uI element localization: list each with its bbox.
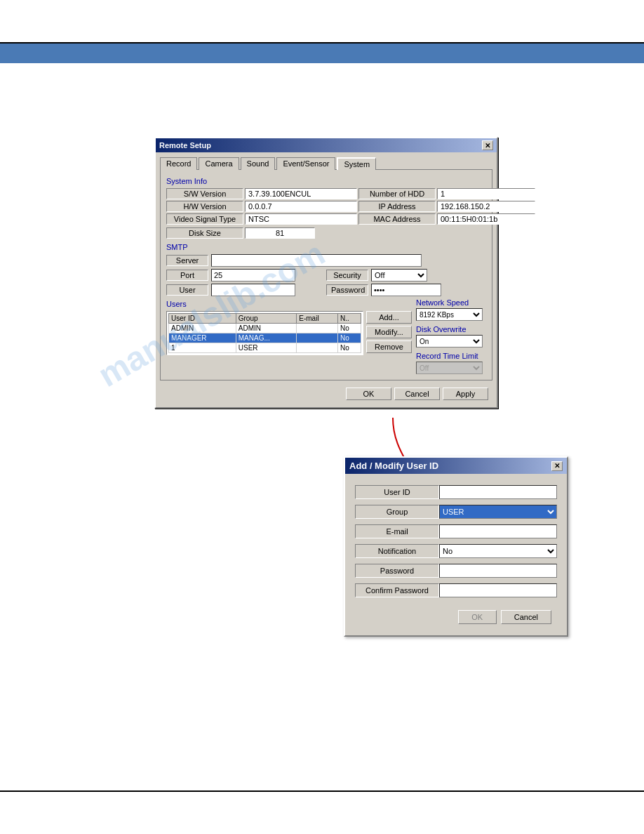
remote-setup-title: Remote Setup (159, 141, 211, 150)
add-modify-close-button[interactable]: ✕ (551, 461, 563, 471)
add-modify-titlebar: Add / Modify User ID ✕ (345, 458, 567, 474)
disk-size-label: Disk Size (166, 227, 243, 239)
col-group: Group (236, 314, 297, 324)
user-id-label: User ID (355, 485, 439, 499)
user-id-cell: ADMIN (169, 324, 236, 333)
user-id-field[interactable] (439, 485, 557, 499)
notify-cell: No (338, 333, 361, 343)
smtp-user-label: User (166, 284, 208, 296)
notify-cell: No (338, 324, 361, 333)
table-row[interactable]: MANAGER MANAG... No (169, 333, 361, 343)
bottom-area: Users User ID Group E-mail N.. (166, 298, 486, 374)
disk-size-value: 81 (245, 227, 315, 239)
disk-overwrite-select[interactable]: On Off (416, 335, 483, 348)
user-id-cell: 1 (169, 343, 236, 353)
email-label: E-mail (355, 524, 439, 538)
modify-user-button[interactable]: Modify... (366, 326, 412, 338)
col-notify: N.. (338, 314, 361, 324)
smtp-server-input[interactable] (211, 254, 422, 267)
user-id-row: User ID (355, 485, 557, 499)
email-row: E-mail (355, 524, 557, 538)
add-user-button[interactable]: Add... (366, 311, 412, 324)
record-time-limit-select[interactable]: Off (416, 362, 483, 374)
hw-version-label: H/W Version (166, 201, 243, 212)
remote-setup-titlebar: Remote Setup ✕ (156, 138, 497, 152)
password-row: Password (355, 564, 557, 578)
video-signal-value: NTSC (245, 213, 357, 225)
group-cell: MANAG... (236, 333, 297, 343)
email-field[interactable] (439, 524, 557, 538)
smtp-password-input[interactable] (371, 284, 441, 296)
ip-address-value: 192.168.150.2 (437, 201, 535, 212)
remote-setup-content: Record Camera Sound Event/Sensor System … (156, 152, 497, 407)
users-table-area: User ID Group E-mail N.. ADMIN (166, 311, 412, 355)
network-section: Network Speed 8192 KBps Disk Overwrite O… (416, 298, 486, 374)
dialog-buttons: OK Cancel Apply (160, 385, 492, 403)
smtp-security-label: Security (326, 270, 368, 281)
group-cell: ADMIN (236, 324, 297, 333)
table-row[interactable]: ADMIN ADMIN No (169, 324, 361, 333)
notification-select[interactable]: No Yes (439, 544, 557, 558)
email-cell (297, 343, 338, 353)
password-field[interactable] (439, 564, 557, 578)
confirm-password-row: Confirm Password (355, 583, 557, 597)
users-table-container: User ID Group E-mail N.. ADMIN (166, 311, 363, 355)
tab-bar: Record Camera Sound Event/Sensor System (160, 157, 492, 169)
group-select[interactable]: USER ADMIN MANAGER (439, 505, 557, 519)
sw-version-label: S/W Version (166, 188, 243, 199)
col-email: E-mail (297, 314, 338, 324)
notification-row: Notification No Yes (355, 544, 557, 558)
confirm-password-label: Confirm Password (355, 583, 439, 597)
confirm-password-field[interactable] (439, 583, 557, 597)
group-row: Group USER ADMIN MANAGER (355, 505, 557, 519)
users-label: Users (166, 300, 412, 308)
tab-event-sensor[interactable]: Event/Sensor (276, 157, 335, 170)
remove-user-button[interactable]: Remove (366, 340, 412, 353)
sw-version-value: 3.7.39.100ENCUL (245, 188, 357, 199)
hdd-count-label: Number of HDD (358, 188, 436, 199)
mac-address-value: 00:11:5H0:01:1b (437, 213, 535, 225)
email-cell (297, 333, 338, 343)
add-modify-cancel-button[interactable]: Cancel (501, 610, 551, 624)
header-bar (0, 44, 644, 63)
mac-address-label: MAC Address (358, 213, 436, 225)
cancel-button[interactable]: Cancel (394, 388, 440, 400)
tab-sound[interactable]: Sound (241, 157, 276, 170)
tab-record[interactable]: Record (160, 157, 197, 170)
add-modify-buttons: OK Cancel (355, 606, 557, 628)
record-time-limit-label: Record Time Limit (416, 352, 486, 360)
group-label: Group (355, 505, 439, 519)
remote-setup-close-button[interactable]: ✕ (482, 140, 493, 150)
tab-system[interactable]: System (337, 157, 376, 170)
smtp-server-label: Server (166, 255, 208, 266)
apply-button[interactable]: Apply (443, 388, 488, 400)
network-speed-select[interactable]: 8192 KBps (416, 308, 483, 321)
hw-version-value: 0.0.0.7 (245, 201, 357, 212)
add-modify-content: User ID Group USER ADMIN MANAGER E-mail … (345, 474, 567, 635)
table-row[interactable]: 1 USER No (169, 343, 361, 353)
disk-overwrite-label: Disk Overwrite (416, 325, 486, 333)
hdd-count-value: 1 (437, 188, 535, 199)
ok-button[interactable]: OK (346, 388, 391, 400)
smtp-port-security-row: Port Security Off (166, 269, 486, 282)
smtp-port-input[interactable] (211, 269, 295, 282)
add-modify-dialog: Add / Modify User ID ✕ User ID Group USE… (344, 456, 568, 637)
notify-cell: No (338, 343, 361, 353)
smtp-user-input[interactable] (211, 284, 295, 296)
smtp-security-select[interactable]: Off (371, 269, 427, 282)
smtp-user-password-row: User Password (166, 284, 486, 296)
add-modify-ok-button[interactable]: OK (458, 610, 497, 624)
network-speed-label: Network Speed (416, 298, 486, 307)
disk-size-row: Disk Size 81 (166, 227, 486, 239)
bottom-border (0, 790, 644, 792)
users-section: Users User ID Group E-mail N.. (166, 298, 412, 374)
system-info-grid: S/W Version 3.7.39.100ENCUL Number of HD… (166, 188, 486, 225)
ip-address-label: IP Address (358, 201, 436, 212)
tab-camera[interactable]: Camera (199, 157, 239, 170)
password-label: Password (355, 564, 439, 578)
group-cell: USER (236, 343, 297, 353)
system-info-label: System Info (166, 177, 486, 185)
add-modify-title: Add / Modify User ID (349, 461, 438, 471)
smtp-port-label: Port (166, 270, 208, 281)
email-cell (297, 324, 338, 333)
